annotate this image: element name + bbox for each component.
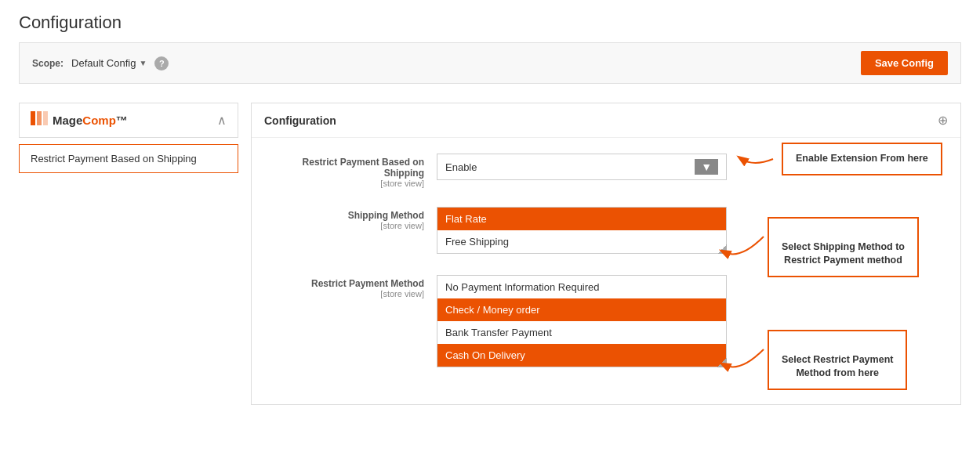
- form-label-col-enable: Restrict Payment Based on Shipping [stor…: [264, 154, 437, 188]
- payment-option-no-payment[interactable]: No Payment Information Required: [437, 276, 726, 298]
- brand-logo: MageComp™: [31, 111, 128, 129]
- payment-option-cash-delivery[interactable]: Cash On Delivery: [437, 344, 726, 367]
- shipping-method-listbox[interactable]: Flat Rate Free Shipping: [437, 207, 727, 254]
- scope-dropdown-arrow-icon: ▼: [139, 59, 147, 67]
- scope-left: Scope: Default Config ▼ ?: [32, 56, 169, 70]
- svg-rect-2: [43, 111, 48, 125]
- payment-method-listbox-wrapper: No Payment Information Required Check / …: [437, 275, 727, 367]
- help-icon[interactable]: ?: [154, 56, 169, 70]
- save-config-button[interactable]: Save Config: [861, 51, 948, 75]
- shipping-option-free-shipping[interactable]: Free Shipping: [437, 230, 726, 253]
- annotation-restrict-payment: Select Restrict Payment Method from here: [720, 326, 907, 390]
- annotation-shipping-method: Select Shipping Method to Restrict Payme…: [720, 213, 919, 277]
- brand-logo-icon: [31, 111, 48, 129]
- annotation-shipping-method-box: Select Shipping Method to Restrict Payme…: [768, 217, 919, 277]
- form-label-col-shipping: Shipping Method [store view]: [264, 207, 437, 230]
- form-label-sub-shipping: [store view]: [264, 221, 424, 230]
- page-header: Configuration Scope: Default Config ▼ ? …: [0, 0, 980, 90]
- form-label-col-payment: Restrict Payment Method [store view]: [264, 275, 437, 298]
- enable-dropdown-value: Enable: [445, 161, 691, 173]
- brand-name: MageComp™: [53, 114, 128, 127]
- form-label-sub-payment: [store view]: [264, 289, 424, 298]
- scope-label: Scope:: [32, 58, 64, 69]
- annotation-restrict-payment-box: Select Restrict Payment Method from here: [768, 330, 907, 390]
- sidebar: MageComp™ ∧ Restrict Payment Based on Sh…: [19, 103, 238, 405]
- enable-dropdown[interactable]: Enable ▼: [437, 154, 727, 180]
- config-collapse-icon[interactable]: ⊕: [938, 113, 948, 128]
- form-label-sub-enable: [store view]: [264, 179, 424, 188]
- config-panel-header: Configuration ⊕: [252, 103, 960, 138]
- svg-rect-0: [31, 111, 35, 125]
- payment-option-bank-transfer[interactable]: Bank Transfer Payment: [437, 321, 726, 344]
- enable-dropdown-btn[interactable]: ▼: [695, 159, 718, 175]
- annotation-enable-extension: Enable Extension From here: [738, 143, 942, 175]
- sidebar-brand: MageComp™ ∧: [19, 103, 238, 138]
- annotation-enable-arrow-svg: [738, 147, 777, 171]
- payment-method-listbox[interactable]: No Payment Information Required Check / …: [437, 275, 727, 367]
- sidebar-item-label: Restrict Payment Based on Shipping: [31, 153, 197, 164]
- annotation-enable-extension-box: Enable Extension From here: [782, 143, 942, 175]
- payment-option-check-money[interactable]: Check / Money order: [437, 298, 726, 321]
- page-title: Configuration: [19, 13, 961, 33]
- scope-bar: Scope: Default Config ▼ ? Save Config: [19, 42, 961, 84]
- main-content: MageComp™ ∧ Restrict Payment Based on Sh…: [0, 90, 980, 418]
- config-panel-title: Configuration: [264, 114, 336, 127]
- shipping-method-listbox-wrapper: Flat Rate Free Shipping: [437, 207, 727, 254]
- scope-select[interactable]: Default Config ▼: [71, 57, 147, 69]
- config-panel: Configuration ⊕ Restrict Payment Based o…: [251, 103, 961, 405]
- annotation-shipping-arrow-svg: [720, 229, 768, 276]
- shipping-option-flat-rate[interactable]: Flat Rate: [437, 208, 726, 230]
- svg-rect-1: [37, 111, 42, 125]
- sidebar-item-restrict-payment[interactable]: Restrict Payment Based on Shipping: [19, 144, 238, 173]
- annotation-payment-arrow-svg: [720, 342, 768, 389]
- form-label-payment: Restrict Payment Method: [264, 278, 424, 289]
- sidebar-collapse-icon[interactable]: ∧: [217, 113, 227, 128]
- scope-value: Default Config: [71, 57, 136, 69]
- form-label-shipping: Shipping Method: [264, 210, 424, 221]
- form-label-enable: Restrict Payment Based on Shipping: [264, 157, 424, 179]
- page-wrapper: Configuration Scope: Default Config ▼ ? …: [0, 0, 980, 470]
- config-form: Restrict Payment Based on Shipping [stor…: [252, 138, 960, 404]
